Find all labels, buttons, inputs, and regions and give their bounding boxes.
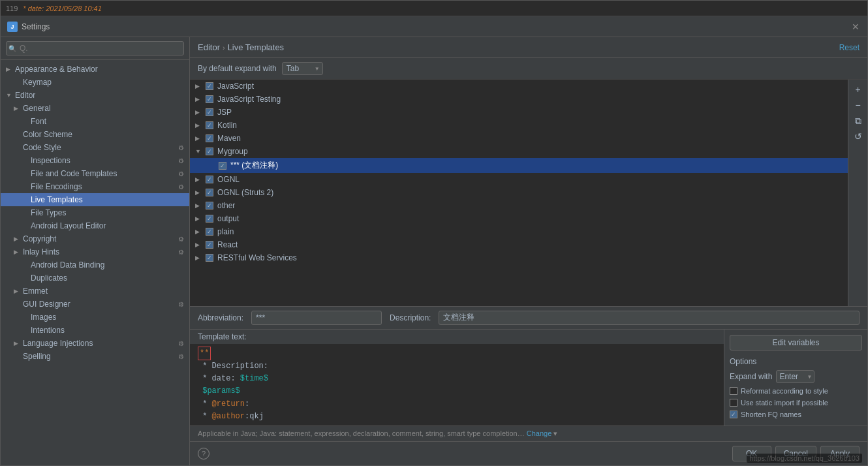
- settings-badge-icon: ⚙: [178, 157, 184, 164]
- template-arrow-icon: ▶: [195, 96, 202, 102]
- arrow-icon: ▶: [14, 105, 20, 112]
- template-label: plain: [217, 227, 234, 236]
- sidebar-item-font[interactable]: Font: [1, 115, 189, 128]
- sidebar-item-color-scheme[interactable]: Color Scheme: [1, 128, 189, 141]
- template-checkbox[interactable]: ✓: [206, 108, 213, 116]
- template-arrow-icon: ▶: [195, 215, 202, 222]
- template-label: RESTful Web Services: [217, 253, 297, 262]
- sidebar-item-spelling[interactable]: Spelling⚙: [1, 350, 189, 363]
- template-checkbox[interactable]: ✓: [219, 162, 226, 170]
- sidebar-item-label: Keymap: [23, 78, 52, 87]
- sidebar-item-editor[interactable]: ▼Editor: [1, 89, 189, 102]
- search-input[interactable]: [6, 41, 184, 55]
- reformat-checkbox[interactable]: [730, 387, 737, 395]
- template-item-jsp[interactable]: ▶✓JSP: [190, 106, 848, 119]
- template-item-restful-web[interactable]: ▶✓RESTful Web Services: [190, 251, 848, 264]
- template-checkbox[interactable]: ✓: [206, 254, 213, 262]
- sidebar-item-file-encodings[interactable]: File Encodings⚙: [1, 180, 189, 193]
- expand-with-select[interactable]: Tab Enter Space: [282, 62, 323, 75]
- template-item-react[interactable]: ▶✓React: [190, 238, 848, 251]
- template-label: Maven: [217, 134, 241, 143]
- template-checkbox[interactable]: ✓: [206, 134, 213, 142]
- template-arrow-icon: ▶: [195, 176, 202, 183]
- reset-button[interactable]: Reset: [839, 43, 860, 52]
- sidebar-item-appearance[interactable]: ▶Appearance & Behavior: [1, 63, 189, 76]
- sidebar-item-images[interactable]: Images: [1, 311, 189, 324]
- sidebar-item-label: GUI Designer: [23, 300, 70, 309]
- main-header: Editor › Live Templates Reset: [190, 37, 867, 58]
- sidebar-item-label: Appearance & Behavior: [15, 65, 98, 74]
- window-title: Settings: [22, 22, 50, 31]
- help-button[interactable]: ?: [198, 448, 209, 459]
- sidebar-item-emmet[interactable]: ▶Emmet: [1, 285, 189, 298]
- breadcrumb-separator: ›: [223, 44, 225, 52]
- sidebar-item-duplicates[interactable]: Duplicates: [1, 272, 189, 285]
- abbreviation-input[interactable]: [251, 311, 382, 325]
- sidebar-item-language-injections[interactable]: ▶Language Injections⚙: [1, 337, 189, 350]
- sidebar-item-inlay-hints[interactable]: ▶Inlay Hints⚙: [1, 245, 189, 258]
- template-arrow-icon: ▼: [195, 148, 202, 155]
- template-checkbox[interactable]: ✓: [206, 228, 213, 236]
- sidebar-item-general[interactable]: ▶General: [1, 102, 189, 115]
- settings-badge-icon: ⚙: [178, 249, 184, 256]
- template-item-mygroup[interactable]: ▼✓Mygroup: [190, 145, 848, 158]
- search-area: [1, 37, 189, 60]
- template-item-output[interactable]: ▶✓output: [190, 212, 848, 225]
- sidebar-item-code-style[interactable]: Code Style⚙: [1, 141, 189, 154]
- sidebar-item-label: Live Templates: [31, 195, 83, 204]
- settings-sidebar: ▶Appearance & BehaviorKeymap▼Editor▶Gene…: [1, 37, 190, 465]
- template-arrow-icon: ▶: [195, 122, 202, 129]
- sidebar-item-inspections[interactable]: Inspections⚙: [1, 154, 189, 167]
- template-arrow-icon: ▶: [195, 109, 202, 116]
- sidebar-item-live-templates[interactable]: Live Templates: [1, 193, 189, 206]
- settings-tree: ▶Appearance & BehaviorKeymap▼Editor▶Gene…: [1, 60, 189, 465]
- edit-variables-button[interactable]: Edit variables: [730, 335, 862, 350]
- description-input[interactable]: [439, 311, 860, 325]
- change-link[interactable]: Change: [527, 429, 552, 437]
- sidebar-item-label: General: [23, 104, 51, 113]
- template-item-javascript-testing[interactable]: ▶✓JavaScript Testing: [190, 93, 848, 106]
- sidebar-item-copyright[interactable]: ▶Copyright⚙: [1, 232, 189, 245]
- template-item-other[interactable]: ▶✓other: [190, 199, 848, 212]
- template-checkbox[interactable]: ✓: [206, 241, 213, 249]
- template-checkbox[interactable]: ✓: [206, 82, 213, 90]
- arrow-icon: ▶: [14, 236, 20, 242]
- template-checkbox[interactable]: ✓: [206, 189, 213, 196]
- template-item-ognl[interactable]: ▶✓OGNL: [190, 173, 848, 186]
- template-item-mygroup-item[interactable]: ✓*** (文档注释): [190, 158, 848, 173]
- shorten-fq-checkbox[interactable]: ✓: [730, 411, 737, 418]
- applicable-row: Applicable in Java; Java: statement, exp…: [190, 426, 867, 441]
- template-checkbox[interactable]: ✓: [206, 95, 213, 103]
- template-checkbox[interactable]: ✓: [206, 215, 213, 223]
- sidebar-item-intentions[interactable]: Intentions: [1, 324, 189, 337]
- sidebar-item-label: Duplicates: [31, 273, 67, 283]
- add-button[interactable]: +: [851, 82, 865, 97]
- remove-button[interactable]: −: [851, 98, 865, 112]
- revert-button[interactable]: ↺: [851, 129, 865, 144]
- breadcrumb-current: Live Templates: [228, 42, 284, 52]
- sidebar-item-label: Font: [31, 117, 46, 126]
- template-item-maven[interactable]: ▶✓Maven: [190, 132, 848, 145]
- template-item-ognl-struts[interactable]: ▶✓OGNL (Struts 2): [190, 186, 848, 199]
- sidebar-item-file-types[interactable]: File Types: [1, 206, 189, 219]
- copy-button[interactable]: ⧉: [851, 114, 865, 128]
- template-checkbox[interactable]: ✓: [206, 176, 213, 183]
- settings-badge-icon: ⚙: [178, 340, 184, 347]
- sidebar-item-android-layout-editor[interactable]: Android Layout Editor: [1, 219, 189, 232]
- template-item-plain[interactable]: ▶✓plain: [190, 225, 848, 238]
- template-label: OGNL (Struts 2): [217, 188, 273, 197]
- sidebar-item-keymap[interactable]: Keymap: [1, 76, 189, 89]
- template-checkbox[interactable]: ✓: [206, 202, 213, 210]
- close-button[interactable]: ✕: [850, 22, 861, 32]
- sidebar-item-label: File Encodings: [31, 182, 82, 191]
- template-checkbox[interactable]: ✓: [206, 148, 213, 155]
- template-item-kotlin[interactable]: ▶✓Kotlin: [190, 119, 848, 132]
- expand-with-options-select[interactable]: Enter Tab Space: [776, 370, 814, 383]
- sidebar-item-label: Images: [31, 313, 56, 322]
- sidebar-item-gui-designer[interactable]: GUI Designer⚙: [1, 298, 189, 311]
- sidebar-item-android-data-binding[interactable]: Android Data Binding: [1, 258, 189, 272]
- template-checkbox[interactable]: ✓: [206, 121, 213, 129]
- sidebar-item-file-code-templates[interactable]: File and Code Templates⚙: [1, 167, 189, 180]
- static-import-checkbox[interactable]: [730, 399, 737, 407]
- template-item-javascript[interactable]: ▶✓JavaScript: [190, 80, 848, 93]
